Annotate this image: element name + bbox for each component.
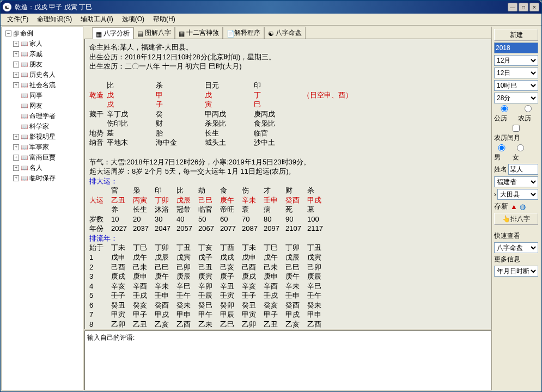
minimize-button[interactable]: — — [508, 3, 517, 11]
globe-icon[interactable]: ◍ — [520, 203, 526, 211]
radio-female[interactable]: 女 — [513, 144, 528, 162]
tree-item[interactable]: +📖社会名流 — [11, 80, 82, 90]
sidebar-tree[interactable]: −🗐命例 +📖家人+📖亲戚+📖朋友+📖历史名人+📖社会名流📖同事📖网友📖命理学者… — [2, 27, 83, 390]
radio-lunar[interactable]: 农历 — [518, 105, 539, 123]
maximize-button[interactable]: □ — [519, 3, 528, 11]
app-icon: ☯ — [3, 3, 11, 11]
table-icon: ▦ — [179, 30, 185, 36]
more-label: 更多信息 — [494, 255, 538, 264]
qiyun-line: 起大运周岁：8岁 2个月 5天，每一交大运年 1月 11日起运(农历)。 — [89, 167, 486, 176]
tree-item[interactable]: +📖临时保存 — [11, 173, 82, 183]
book-icon: 📖 — [21, 175, 28, 182]
book-icon: 📖 — [21, 82, 28, 89]
window-title: 乾造：戊戌 甲子 戊寅 丁巳 — [15, 3, 508, 12]
month-select[interactable]: 12月 — [494, 55, 538, 66]
chart-icon: ▤ — [137, 30, 144, 36]
book-icon: 📖 — [21, 92, 28, 99]
name-input[interactable] — [508, 164, 538, 175]
tab-explain[interactable]: 📄解释程序 — [223, 27, 264, 39]
minute-select[interactable]: 28分 — [494, 93, 538, 103]
tree-item[interactable]: +📖名人 — [11, 163, 82, 173]
hour-select[interactable]: 10时巳 — [494, 80, 538, 91]
main-content[interactable]: 命主姓名:某人，福建省-大田县。 出生公历：2018年12月12日10时28分(… — [84, 39, 491, 329]
tab-chart[interactable]: ☯八字命盘 — [264, 27, 306, 39]
tree-item[interactable]: +📖亲戚 — [11, 49, 82, 59]
tree-item[interactable]: +📖历史名人 — [11, 70, 82, 80]
tree-item[interactable]: 📖同事 — [11, 90, 82, 101]
book-icon: 📖 — [21, 113, 28, 120]
jieqi-line: 节气：大雪:2018年12月7日12时26分，小寒:2019年1月5日23时39… — [89, 157, 486, 167]
quick-select[interactable]: 八字命盘 — [494, 242, 538, 253]
province-select[interactable]: 福建省 — [494, 176, 538, 187]
tree-item[interactable]: +📖家人 — [11, 39, 82, 49]
tree-item[interactable]: 📖命理学者 — [11, 111, 82, 121]
menu-options[interactable]: 选项(O) — [118, 14, 149, 25]
paiba-button[interactable]: 👆排八字 — [494, 213, 538, 225]
day-select[interactable]: 12日 — [494, 68, 538, 78]
year-input[interactable] — [494, 42, 538, 53]
tree-item[interactable]: 📖网友 — [11, 101, 82, 111]
header-lunar: 出生农历：二〇一八年 十一月 初六日 巳时(大月) — [89, 62, 486, 71]
county-select[interactable]: 大田县 — [497, 189, 538, 200]
comment-placeholder: 输入自己的评语: — [87, 334, 135, 341]
folder-icon: 🗐 — [13, 30, 19, 37]
checkbox-leap[interactable]: 农历闰月 — [494, 125, 538, 143]
tree-item[interactable]: 📖科学家 — [11, 121, 82, 132]
tree-item[interactable]: +📖影视明星 — [11, 132, 82, 142]
grid-icon: ▦ — [96, 30, 102, 37]
save-label: 存新 — [494, 201, 508, 211]
liunian-title: 排流年： — [89, 234, 486, 243]
tab-diagram[interactable]: ▤图解八字 — [133, 27, 175, 39]
book-icon: 📖 — [21, 133, 28, 140]
close-button[interactable]: × — [529, 3, 539, 11]
more-select[interactable]: 年月日时断命 — [494, 266, 538, 277]
book-icon: 📖 — [21, 102, 28, 109]
tree-root[interactable]: −🗐命例 — [3, 28, 82, 39]
tab-bazi-analysis[interactable]: ▦八字分析 — [92, 27, 133, 39]
doc-icon: 📄 — [227, 30, 233, 36]
pillars-table: 比杀日元印 乾造戊甲戊丁（日空申、酉） 戌子寅巳 藏干辛丁戊癸甲丙戊庚丙戊 伤印… — [89, 81, 356, 148]
menu-help[interactable]: 帮助(H) — [149, 14, 180, 25]
book-icon: 📖 — [21, 61, 28, 68]
name-label: 姓名 — [494, 165, 507, 174]
tab-bar: ▦八字分析 ▤图解八字 ▦十二宫神煞 📄解释程序 ☯八字命盘 — [84, 27, 491, 39]
menubar: 文件(F) 命理知识(S) 辅助工具(I) 选项(O) 帮助(H) — [1, 14, 541, 26]
menu-file[interactable]: 文件(F) — [3, 14, 33, 25]
menu-tools[interactable]: 辅助工具(I) — [76, 14, 117, 25]
tree-item[interactable]: +📖朋友 — [11, 59, 82, 70]
right-panel: 新建 12月 12日 10时巳 28分 公历 农历 农历闰月 男 女 姓名 福建… — [491, 27, 540, 390]
header-solar: 出生公历：2018年12月12日10时28分(北京时间)，星期三。 — [89, 52, 486, 62]
header-name: 命主姓名:某人，福建省-大田县。 — [89, 42, 486, 52]
book-icon: 📖 — [21, 71, 28, 78]
book-icon: 📖 — [21, 154, 28, 161]
hand-icon: 👆 — [502, 215, 510, 223]
quick-label: 快速查看 — [494, 231, 538, 241]
book-icon: 📖 — [21, 123, 28, 130]
comment-box[interactable]: 输入自己的评语: — [84, 330, 491, 390]
book-icon: 📖 — [21, 51, 28, 58]
new-button[interactable]: 新建 — [494, 29, 538, 41]
titlebar: ☯ 乾造：戊戌 甲子 戊寅 丁巳 — □ × — [1, 1, 541, 14]
tree-item[interactable]: +📖军事家 — [11, 142, 82, 152]
compass-icon: ☯ — [268, 30, 275, 36]
dayun-title: 排大运： — [89, 176, 486, 186]
tree-item[interactable]: +📖富商巨贾 — [11, 152, 82, 163]
menu-knowledge[interactable]: 命理知识(S) — [33, 14, 76, 25]
radio-solar[interactable]: 公历 — [494, 105, 515, 123]
book-icon: 📖 — [21, 144, 28, 151]
book-icon: 📖 — [21, 40, 28, 47]
tab-palaces[interactable]: ▦十二宫神煞 — [175, 27, 223, 39]
radio-male[interactable]: 男 — [494, 144, 509, 162]
up-icon[interactable]: ▲ — [510, 203, 517, 211]
book-icon: 📖 — [21, 164, 28, 171]
